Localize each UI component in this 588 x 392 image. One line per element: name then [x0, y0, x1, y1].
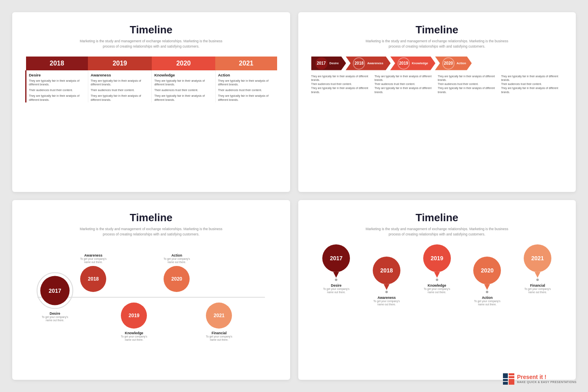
- slide-2-content: They are typically fair in their analysi…: [311, 74, 563, 94]
- cat-desire: Desire: [26, 70, 88, 78]
- arrow-2017: 2017 Desire: [311, 57, 346, 70]
- pin-2020: 2020 Action To get your company's name o…: [471, 257, 503, 307]
- cell-1-4: They are typically fair in their analysi…: [215, 78, 277, 88]
- arrow-circle-2017: 2017: [315, 57, 328, 70]
- slide-2-col-1: They are typically fair in their analysi…: [311, 74, 373, 94]
- bubble-sublabel-knowledge: To get your company'sname out there.: [121, 335, 147, 342]
- table-body-row-3: They are typically fair in their analysi…: [26, 93, 277, 103]
- bubble-sublabel-financial: To get your company'sname out there.: [206, 335, 232, 342]
- svg-rect-0: [503, 373, 508, 378]
- pin-sublabel-awareness: To get your company's name out there.: [370, 300, 403, 307]
- bubble-sublabel-desire: To get your company'sname out there.: [42, 315, 68, 322]
- year-2018: 2018: [26, 57, 88, 70]
- brand-name: Present it !: [517, 374, 577, 381]
- year-2021: 2021: [215, 57, 277, 70]
- arrow-2018: 2018 Awareness: [345, 57, 390, 70]
- pin-sublabel-desire: To get your company's name out there.: [320, 287, 352, 294]
- bubble-2018: Awareness To get your company'sname out …: [80, 253, 107, 292]
- slide-1: Timeline Marketing is the study and mana…: [12, 12, 290, 192]
- year-2020: 2020: [152, 57, 216, 70]
- cell-1-1: They are typically fair in their analysi…: [26, 78, 88, 88]
- arrow-label-action: Action: [457, 61, 466, 65]
- bubble-inner-2020: 2020: [164, 266, 190, 292]
- brand-tagline: Make Quick & Easy Presentations: [517, 381, 577, 384]
- slide-1-title: Timeline: [25, 24, 277, 36]
- arrow-circle-2019: 2019: [398, 57, 410, 70]
- brand-text-block: Present it ! Make Quick & Easy Presentat…: [517, 374, 577, 384]
- slide-2-title: Timeline: [311, 24, 563, 36]
- pin-2017: 2017 Desire To get your company's name o…: [320, 244, 352, 294]
- pin-tail-2020: [484, 284, 490, 290]
- pin-tail-2019: [434, 272, 440, 278]
- svg-rect-5: [509, 379, 514, 385]
- cell-2-2: Their audiences trust their content.: [88, 87, 151, 93]
- cat-awareness: Awareness: [88, 70, 151, 78]
- bubble-sublabel-action: To get your company'sname out there.: [164, 257, 190, 264]
- arrow-2020: 2020 Action: [435, 57, 472, 70]
- pin-circle-2017: 2017: [322, 244, 350, 272]
- cell-3-1: They are typically fair in their analysi…: [26, 93, 88, 103]
- arrow-label-awareness: Awareness: [367, 61, 383, 65]
- table-body-row-2: Their audiences trust their content. The…: [26, 87, 277, 93]
- cell-1-2: They are typically fair in their analysi…: [88, 78, 151, 88]
- slide-4: Timeline Marketing is the study and mana…: [298, 200, 576, 380]
- slide-3-title: Timeline: [25, 211, 277, 224]
- pin-2021: 2021 Financial To get your company's nam…: [521, 244, 554, 294]
- table-label-row: Desire Awareness Knowledge Action: [26, 70, 277, 78]
- bubble-2019: 2019 Knowledge To get your company'sname…: [121, 303, 147, 342]
- svg-rect-2: [509, 376, 514, 378]
- bubble-2021: 2021 Financial To get your company'sname…: [206, 303, 232, 342]
- pin-label-awareness: Awareness: [378, 296, 396, 300]
- slide-1-subtitle: Marketing is the study and management of…: [25, 39, 277, 49]
- pin-sublabel-financial: To get your company's name out there.: [521, 287, 554, 294]
- cell-1-3: They are typically fair in their analysi…: [152, 78, 216, 88]
- slide-1-table: 2018 2019 2020 2021 Desire Awareness Kno…: [25, 57, 277, 103]
- bubble-label-action-above: Action: [171, 253, 182, 257]
- bubble-area: 2017 Desire To get your company'sname ou…: [25, 244, 277, 350]
- pin-dot-2020: [486, 291, 488, 293]
- pin-label-knowledge: Knowledge: [428, 283, 446, 287]
- slide-3: Timeline Marketing is the study and mana…: [12, 200, 290, 380]
- pin-tail-2017: [333, 272, 339, 278]
- cell-3-3: They are typically fair in their analysi…: [152, 93, 216, 103]
- slide-2-col-4: They are typically fair in their analysi…: [501, 74, 563, 94]
- cell-2-4: Their audiences trust their content.: [215, 87, 277, 93]
- pin-sublabel-action: To get your company's name out there.: [471, 300, 503, 307]
- bubble-inner-2017: 2017: [40, 276, 70, 305]
- pin-dot-2018: [385, 291, 388, 293]
- pin-circle-2020: 2020: [473, 257, 501, 284]
- arrow-2019: 2019 Knowledge: [390, 57, 435, 70]
- cell-2-1: Their audiences trust their content.: [26, 87, 88, 93]
- cell-2-3: Their audiences trust their content.: [152, 87, 216, 93]
- cell-3-2: They are typically fair in their analysi…: [88, 93, 151, 103]
- branding: Present it ! Make Quick & Easy Presentat…: [503, 373, 577, 385]
- svg-rect-3: [503, 379, 508, 381]
- pin-circle-2018: 2018: [373, 257, 400, 284]
- pin-circle-2019: 2019: [423, 244, 451, 272]
- cat-action: Action: [215, 70, 277, 78]
- slide-2: Timeline Marketing is the study and mana…: [298, 12, 576, 192]
- pin-tail-2021: [535, 272, 540, 278]
- pin-label-desire: Desire: [331, 283, 341, 287]
- bubble-label-awareness-above: Awareness: [84, 253, 103, 257]
- pin-circle-2021: 2021: [524, 244, 551, 272]
- bubble-label-knowledge: Knowledge: [125, 331, 143, 335]
- arrow-label-desire: Desire: [330, 61, 339, 65]
- slide-2-col-2: They are typically fair in their analysi…: [374, 74, 436, 94]
- bubble-inner-2021: 2021: [206, 303, 232, 329]
- table-body-row-1: They are typically fair in their analysi…: [26, 78, 277, 88]
- bubble-outer-2017: 2017: [37, 272, 73, 309]
- bubble-label-financial: Financial: [212, 331, 227, 335]
- pin-2018: 2018 Awareness To get your company's nam…: [370, 257, 403, 307]
- bubble-inner-2019: 2019: [121, 303, 147, 329]
- cat-knowledge: Knowledge: [152, 70, 216, 78]
- arrow-circle-2018: 2018: [353, 57, 365, 70]
- cell-3-4: They are typically fair in their analysi…: [215, 93, 277, 103]
- bubble-label-desire: Desire: [50, 311, 60, 315]
- pin-dot-2017: [335, 279, 337, 281]
- table-header-row: 2018 2019 2020 2021: [26, 57, 277, 70]
- bubble-inner-2018: 2018: [80, 266, 106, 292]
- slide-4-subtitle: Marketing is the study and management of…: [311, 226, 563, 237]
- pin-dot-2021: [536, 279, 539, 281]
- slide-2-col-3: They are typically fair in their analysi…: [438, 74, 500, 94]
